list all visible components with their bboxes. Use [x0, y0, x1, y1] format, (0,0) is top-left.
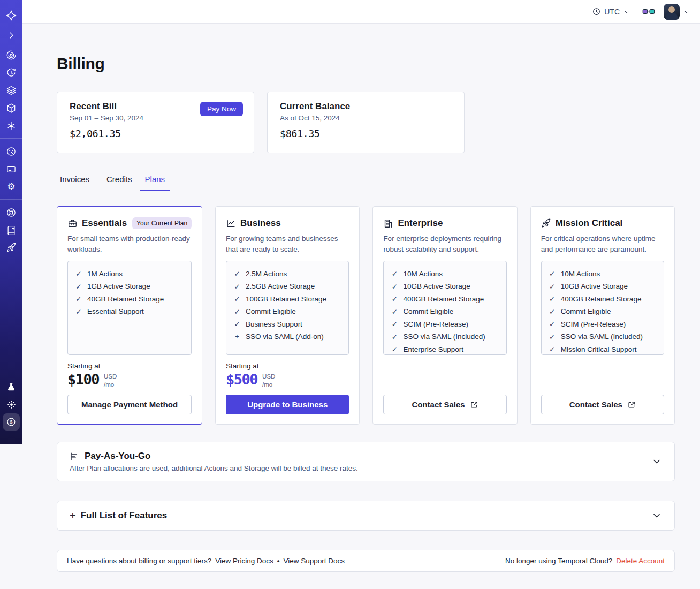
- chevron-down-icon[interactable]: [651, 456, 662, 467]
- payg-description: After Plan allocations are used, additio…: [70, 464, 358, 472]
- plan-feature: ✓Mission Critical Support: [549, 345, 657, 353]
- theme-sun-icon[interactable]: [2, 396, 20, 413]
- building-icon: [383, 218, 393, 229]
- preview-glasses-icon[interactable]: [642, 7, 655, 16]
- toolbox-icon: [67, 218, 78, 229]
- plan-feature: ✓1M Actions: [75, 269, 184, 278]
- temporal-logo-icon[interactable]: [2, 6, 20, 24]
- top-bar: UTC: [22, 0, 700, 24]
- plan-feature-label: 40GB Retained Storage: [87, 295, 164, 303]
- tab-plans[interactable]: Plans: [140, 171, 171, 191]
- delete-prompt: No longer using Temporal Cloud?: [505, 557, 612, 565]
- contact-sales-label: Contact Sales: [412, 400, 465, 409]
- check-icon: ✓: [391, 282, 398, 291]
- plan-feature-label: 400GB Retained Storage: [403, 295, 484, 303]
- plan-feature: ✓40GB Retained Storage: [75, 294, 184, 303]
- cube-icon[interactable]: [2, 99, 20, 117]
- plan-price: Starting at $100 USD /mo: [67, 362, 192, 389]
- support-lifebuoy-icon[interactable]: [2, 203, 20, 221]
- plan-feature-label: SCIM (Pre-Release): [403, 320, 468, 328]
- payg-accordion[interactable]: Pay-As-You-Go After Plan allocations are…: [57, 442, 675, 481]
- usage-gauge-icon[interactable]: [2, 142, 20, 160]
- plan-feature: ✓SCIM (Pre-Release): [391, 320, 499, 328]
- plan-feature-label: SSO via SAML (Included): [561, 333, 643, 341]
- left-nav-rail: ⚙ $: [0, 0, 22, 444]
- labs-flask-icon[interactable]: [2, 378, 20, 396]
- check-icon: ✓: [391, 307, 398, 316]
- billing-tabs: Invoices Credits Plans: [57, 171, 675, 191]
- plan-feature-box: ✓10M Actions✓10GB Active Storage✓400GB R…: [383, 261, 506, 355]
- asterisk-icon[interactable]: [2, 117, 20, 134]
- price-currency: USD: [104, 373, 117, 381]
- upgrade-business-button[interactable]: Upgrade to Business: [226, 395, 349, 414]
- plan-feature: ✓Commit Eligible: [233, 307, 341, 316]
- price-period: /mo: [104, 381, 117, 389]
- tab-credits[interactable]: Credits: [99, 171, 140, 191]
- billing-card-icon[interactable]: [2, 160, 20, 178]
- delete-account-link[interactable]: Delete Account: [616, 557, 665, 565]
- schedules-icon[interactable]: [2, 64, 20, 81]
- user-avatar: [664, 4, 680, 20]
- check-icon: ✓: [233, 269, 241, 278]
- plan-feature-list: ✓10M Actions✓10GB Active Storage✓400GB R…: [391, 269, 499, 353]
- check-icon: ✓: [233, 307, 241, 316]
- plan-feature-label: Commit Eligible: [561, 307, 611, 315]
- plan-price: Starting at $500 USD /mo: [226, 362, 349, 389]
- current-balance-card: Current Balance As of Oct 15, 2024 $861.…: [267, 92, 465, 153]
- check-icon: ✓: [549, 282, 556, 291]
- plan-feature-box: ✓10M Actions✓10GB Active Storage✓400GB R…: [541, 261, 664, 355]
- layers-icon[interactable]: [2, 81, 20, 99]
- pricing-docs-link[interactable]: View Pricing Docs: [215, 557, 273, 565]
- plan-feature-label: Commit Eligible: [246, 307, 296, 315]
- tab-invoices[interactable]: Invoices: [57, 171, 99, 191]
- plus-icon: +: [70, 510, 76, 521]
- chevron-down-icon: [623, 8, 630, 16]
- timezone-selector[interactable]: UTC: [592, 7, 630, 16]
- check-icon: ✓: [391, 333, 398, 341]
- plan-name: Mission Critical: [556, 218, 623, 229]
- chevron-down-icon: [683, 8, 690, 16]
- plan-feature-label: Commit Eligible: [403, 307, 453, 315]
- billing-active-icon[interactable]: $: [3, 413, 20, 431]
- settings-gear-icon[interactable]: ⚙: [2, 178, 20, 195]
- clock-icon: [592, 7, 601, 16]
- expand-sidebar-icon[interactable]: [2, 26, 20, 44]
- plan-feature: ✓2.5GB Active Storage: [233, 282, 341, 291]
- payg-title: Pay-As-You-Go: [85, 451, 150, 462]
- plan-feature-label: 100GB Retained Storage: [246, 295, 326, 303]
- plan-feature: ✓10GB Active Storage: [549, 282, 657, 291]
- support-docs-link[interactable]: View Support Docs: [283, 557, 345, 565]
- getting-started-rocket-icon[interactable]: [2, 239, 20, 256]
- pay-now-button[interactable]: Pay Now: [200, 102, 243, 116]
- contact-sales-button[interactable]: Contact Sales: [541, 395, 664, 414]
- plan-description: For enterprise deployments requiring rob…: [383, 233, 506, 255]
- plan-feature: ✓SSO via SAML (Included): [549, 333, 657, 341]
- manage-payment-button[interactable]: Manage Payment Method: [67, 395, 192, 414]
- billing-footnote: Have questions about billing or support …: [57, 550, 675, 572]
- plan-feature: ✓Essential Support: [75, 307, 184, 316]
- user-menu[interactable]: [664, 4, 690, 20]
- plan-feature-list: ✓2.5M Actions✓2.5GB Active Storage✓100GB…: [233, 269, 341, 341]
- plan-feature: ✓SCIM (Pre-Release): [549, 320, 657, 328]
- rail-divider: [0, 138, 22, 139]
- plan-feature: ✓100GB Retained Storage: [233, 294, 341, 303]
- plan-feature-label: Mission Critical Support: [561, 345, 637, 353]
- plan-feature: ✓Enterprise Support: [391, 345, 499, 353]
- check-icon: ✓: [391, 345, 398, 353]
- current-plan-badge: Your Current Plan: [132, 217, 192, 229]
- plan-card-essentials: Essentials Your Current Plan For small t…: [57, 206, 202, 425]
- namespaces-icon[interactable]: [2, 46, 20, 64]
- check-icon: ✓: [391, 294, 398, 303]
- docs-book-icon[interactable]: [2, 221, 20, 239]
- plan-feature: ✓2.5M Actions: [233, 269, 341, 278]
- plan-name: Essentials: [82, 218, 127, 229]
- check-icon: ✓: [75, 294, 82, 303]
- chevron-down-icon[interactable]: [651, 510, 662, 521]
- contact-sales-button[interactable]: Contact Sales: [383, 395, 506, 414]
- full-features-title: Full List of Features: [81, 510, 168, 521]
- full-features-accordion[interactable]: + Full List of Features: [57, 501, 675, 531]
- plan-feature-label: 10GB Active Storage: [561, 282, 628, 290]
- plan-feature-label: 2.5M Actions: [246, 270, 287, 278]
- plan-feature-label: Essential Support: [87, 307, 144, 315]
- svg-text:$: $: [10, 419, 13, 425]
